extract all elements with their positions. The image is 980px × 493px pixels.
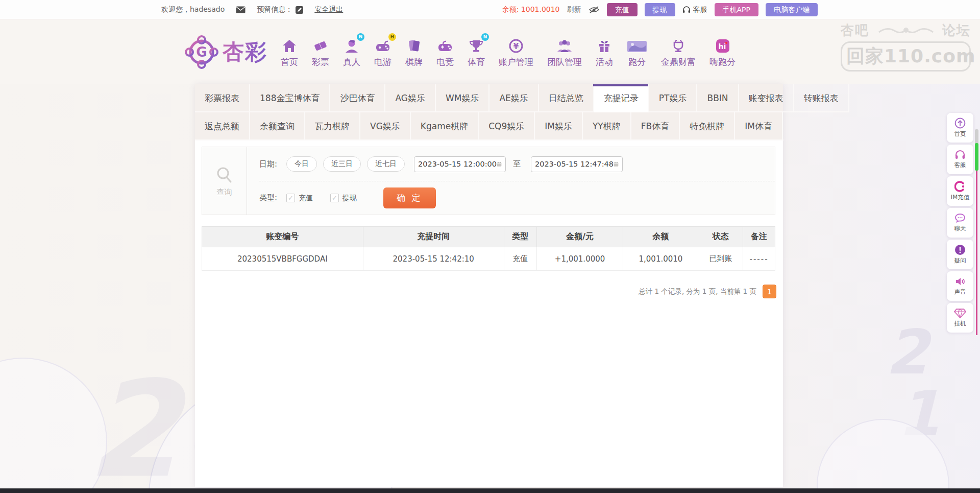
date-from-input[interactable]: 2023-05-15 12:00:00 xyxy=(414,156,506,172)
withdraw-checkbox[interactable]: ✓ xyxy=(330,194,339,202)
edit-pencil-icon[interactable] xyxy=(296,6,303,14)
svg-text:hi: hi xyxy=(718,42,726,51)
nav-item-live[interactable]: N 真人 xyxy=(343,36,360,68)
tab-yue-chaxun[interactable]: 余额查询 xyxy=(250,112,305,140)
tab-wm[interactable]: WM娱乐 xyxy=(436,84,489,112)
quick-3days-button[interactable]: 近三日 xyxy=(323,156,361,172)
quick-today-button[interactable]: 今日 xyxy=(286,156,317,172)
tab-ag[interactable]: AG娱乐 xyxy=(385,84,436,112)
records-table: 账变编号 充提时间 类型 金额/元 余额 状态 备注 20230515VBBFG… xyxy=(202,226,775,271)
refresh-link[interactable]: 刷新 xyxy=(567,5,581,14)
sidebar-item-sound[interactable]: 声音 xyxy=(947,271,973,301)
cell-balance: 1,001.0010 xyxy=(623,247,698,271)
sidebar-item-chat[interactable]: 聊天 xyxy=(947,208,973,238)
scrollbar-accent-pink xyxy=(976,170,977,335)
nav-item-sports[interactable]: N 体育 xyxy=(468,36,485,68)
scrollbar-thumb-green[interactable] xyxy=(975,143,978,171)
ding-cup-icon xyxy=(671,36,686,54)
tab-pt[interactable]: PT娱乐 xyxy=(649,84,698,112)
tab-zhuanzhang[interactable]: 转账报表 xyxy=(794,84,849,112)
tab-im-tiyu[interactable]: IM体育 xyxy=(735,112,783,140)
ticket-icon xyxy=(313,36,328,54)
sidebar-item-im-recharge[interactable]: IM充值 xyxy=(947,176,973,206)
quick-7days-button[interactable]: 近七日 xyxy=(367,156,405,172)
brand-name: 杏彩 xyxy=(223,38,267,66)
nav-item-lottery[interactable]: 彩票 xyxy=(312,36,329,68)
tab-bbin[interactable]: BBIN xyxy=(697,84,739,112)
cell-status: 已到账 xyxy=(698,247,743,271)
nav-item-hipaofen[interactable]: hi 嗨跑分 xyxy=(709,36,736,68)
tab-cq9[interactable]: CQ9娱乐 xyxy=(479,112,535,140)
mail-icon[interactable] xyxy=(236,6,246,13)
tab-vg[interactable]: VG娱乐 xyxy=(360,112,411,140)
mobile-app-button[interactable]: 手机APP xyxy=(715,3,758,16)
sidebar-item-service[interactable]: 客服 xyxy=(947,145,973,174)
tab-im-yule[interactable]: IM娱乐 xyxy=(535,112,583,140)
diamond-icon xyxy=(954,308,966,318)
watermark-left-text: 杏吧 xyxy=(841,21,869,39)
type-label: 类型: xyxy=(259,193,277,203)
nav-item-egames[interactable]: H 电游 xyxy=(374,36,391,68)
recharge-button[interactable]: 充值 xyxy=(607,3,638,16)
tab-zhangbian[interactable]: 账变报表 xyxy=(739,84,794,112)
balance-value: 1001.0010 xyxy=(521,5,560,13)
tab-rijie[interactable]: 日结总览 xyxy=(539,84,594,112)
pc-client-button[interactable]: 电脑客户端 xyxy=(766,3,818,16)
tab-188-jinbaobo[interactable]: 188金宝博体育 xyxy=(250,84,330,112)
service-link[interactable]: 客服 xyxy=(682,5,707,14)
sidebar-item-question[interactable]: 疑问 xyxy=(947,240,973,269)
gift-icon xyxy=(597,36,612,54)
nav-item-paofen[interactable]: 跑分 xyxy=(627,36,647,68)
tab-shaba[interactable]: 沙巴体育 xyxy=(330,84,385,112)
nav-item-activity[interactable]: 活动 xyxy=(596,36,613,68)
sidebar-item-hangup[interactable]: 挂机 xyxy=(947,303,973,333)
tab-temian[interactable]: 特免棋牌 xyxy=(680,112,735,140)
confirm-button[interactable]: 确 定 xyxy=(383,187,436,208)
page-1-button[interactable]: 1 xyxy=(763,285,776,298)
tab-wali[interactable]: 瓦力棋牌 xyxy=(305,112,360,140)
chat-bubble-icon xyxy=(954,213,966,223)
eye-slash-icon[interactable] xyxy=(589,6,600,14)
topbar: 欢迎您，hadesado 预留信息： 安全退出 余额: 1001.0010 刷新… xyxy=(0,0,980,19)
exclamation-circle-icon xyxy=(954,244,966,255)
type-recharge-option[interactable]: ✓ 充值 xyxy=(286,194,313,203)
sidebar-item-home[interactable]: 首页 xyxy=(947,113,973,143)
tab-ae[interactable]: AE娱乐 xyxy=(489,84,538,112)
nav-item-esports[interactable]: 电竞 xyxy=(436,36,454,68)
gamepad-icon: H xyxy=(375,36,391,54)
live-person-icon: N xyxy=(344,36,359,54)
tab-chongti-jilu-active[interactable]: 充提记录 xyxy=(594,84,649,112)
nav-item-home[interactable]: 首页 xyxy=(281,36,298,68)
table-row: 20230515VBBFGGDDAI 2023-05-15 12:42:10 充… xyxy=(202,247,775,271)
nav-item-account[interactable]: ¥ 账户管理 xyxy=(499,36,533,68)
tab-yy[interactable]: YY棋牌 xyxy=(583,112,631,140)
tab-caipiao-baobiao[interactable]: 彩票报表 xyxy=(195,84,250,112)
site-watermark: 杏吧 论坛 回家110.com xyxy=(841,21,971,72)
col-note: 备注 xyxy=(743,227,775,247)
nav-item-jinding[interactable]: 金鼎财富 xyxy=(661,36,696,68)
type-withdraw-option[interactable]: ✓ 提现 xyxy=(330,194,357,203)
tab-fandian[interactable]: 返点总额 xyxy=(195,112,250,140)
withdraw-button[interactable]: 提现 xyxy=(645,3,675,16)
date-to-input[interactable]: 2023-05-15 12:47:48 xyxy=(531,156,623,172)
logo[interactable]: G 杏彩 xyxy=(185,35,267,69)
reserved-info-label: 预留信息： xyxy=(257,5,292,14)
watermark-flourish-icon xyxy=(878,24,934,37)
main-content-card: 彩票报表 188金宝博体育 沙巴体育 AG娱乐 WM娱乐 AE娱乐 日结总览 充… xyxy=(195,84,783,487)
scrollbar-track[interactable] xyxy=(975,129,978,145)
watermark-right-text: 论坛 xyxy=(942,21,971,39)
calendar-icon xyxy=(614,160,619,168)
yen-coin-icon: ¥ xyxy=(508,36,524,54)
col-change-id: 账变编号 xyxy=(202,227,363,247)
col-time: 充提时间 xyxy=(363,227,504,247)
headset-icon xyxy=(682,6,691,14)
decor-ball-right xyxy=(817,419,949,493)
cards-icon xyxy=(406,36,422,54)
nav-item-team[interactable]: 团队管理 xyxy=(547,36,582,68)
tab-fb[interactable]: FB体育 xyxy=(631,112,680,140)
nav-item-cards[interactable]: 棋牌 xyxy=(405,36,423,68)
topbar-right: 余额: 1001.0010 刷新 充值 提现 客服 手机APP 电脑客户端 xyxy=(502,0,818,19)
recharge-checkbox[interactable]: ✓ xyxy=(286,194,295,202)
tab-kgame[interactable]: Kgame棋牌 xyxy=(411,112,479,140)
logout-link[interactable]: 安全退出 xyxy=(314,5,343,14)
